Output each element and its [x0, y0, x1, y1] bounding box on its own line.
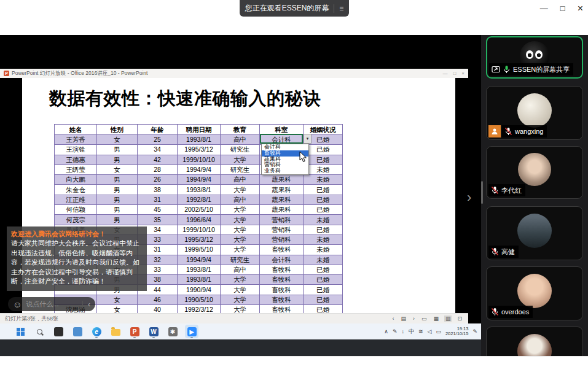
table-cell: 畜牧科	[260, 275, 304, 285]
powerpoint-app[interactable]: P	[128, 325, 141, 338]
table-cell: 向大鹏	[55, 175, 97, 185]
table-cell: 未婚	[304, 215, 343, 225]
host-person-icon	[491, 128, 498, 135]
table-cell: 1990/9/4	[178, 285, 221, 295]
table-cell: 1999/10/10	[178, 225, 221, 234]
participant-name: ESSEN的屏幕共享	[513, 65, 570, 74]
chat-input-bar[interactable]: ☺ 说点什么... ‹	[8, 297, 95, 311]
table-cell: 1994/9/4	[178, 165, 221, 174]
table-cell: 营销科	[260, 234, 304, 244]
table-cell: 畜牧科	[260, 285, 304, 295]
dropdown-arrow-icon: ▼	[306, 137, 310, 141]
table-cell: 王芳香	[55, 135, 97, 145]
table-cell: 高中	[221, 135, 260, 145]
close-button[interactable]: ×	[578, 4, 583, 14]
clock-date: 2021/10/15	[445, 331, 469, 336]
sidebar-scrollbar[interactable]	[481, 181, 483, 204]
table-row: 朱金仓男381993/8/1大学蔬果科已婚	[55, 185, 343, 195]
participants-sidebar: ESSEN的屏幕共享wangxing李代红高健overdoes	[481, 35, 588, 356]
switch-screen-icon[interactable]: ≡	[339, 4, 343, 13]
tray-expand-icon[interactable]: ∧	[384, 328, 388, 335]
watching-banner-text: 您正在观看ESSEN的屏幕	[245, 3, 329, 14]
taskbar-clock[interactable]: 19:13 2021/10/15	[445, 327, 469, 337]
tray-update-icon[interactable]: ↓	[401, 328, 404, 335]
table-row: 向大鹏男261994/9/4高中蔬果科未婚	[55, 175, 343, 185]
name-chip: wangxing	[502, 125, 547, 137]
emoji-icon[interactable]: ☺	[13, 300, 22, 309]
word-app[interactable]: W	[147, 325, 160, 338]
prev-slide-icon: ‹	[391, 316, 395, 322]
slide-counter: 幻灯片第3张，共58张	[5, 315, 58, 323]
tray-ime-icon[interactable]: 中	[409, 328, 414, 336]
ppt-title-bar: P PowerPoint 幻灯片放映 - Office 2016讲座_10 - …	[0, 69, 468, 78]
participant-tile[interactable]: overdoes	[486, 266, 583, 320]
participant-tile[interactable]: ESSEN的屏幕共享	[486, 36, 583, 79]
participant-name: 李代红	[501, 186, 522, 195]
input-divider	[82, 301, 83, 308]
minimize-button[interactable]: —	[540, 4, 548, 12]
excel-active-cell-border	[260, 134, 303, 144]
table-cell: 大学	[221, 215, 260, 225]
table-cell: 未婚	[304, 255, 343, 265]
mic-on-icon	[503, 65, 511, 74]
table-cell: 1999/5/10	[178, 245, 221, 255]
next-page-arrow[interactable]: ›	[467, 190, 471, 206]
tray-network-icon[interactable]: ≋	[418, 328, 423, 335]
table-cell: 大学	[221, 225, 260, 234]
table-row: 江正维男311992/8/1高中蔬果科已婚	[55, 195, 343, 204]
table-cell: 营销科	[260, 225, 304, 234]
table-cell: 蔬果科	[260, 205, 304, 215]
chat-welcome-title: 欢迎进入腾讯会议网络研讨会！	[11, 230, 143, 239]
edge-browser[interactable]: e	[90, 325, 103, 338]
mic-muted-icon	[491, 247, 499, 256]
maximize-button[interactable]: □	[560, 4, 565, 12]
tencent-meeting-app[interactable]: ▶	[185, 325, 198, 338]
table-cell: 1995/3/12	[178, 145, 221, 155]
settings-app[interactable]: ✱	[166, 325, 179, 338]
app-dark-icon	[54, 327, 63, 336]
table-cell: 王绣莹	[55, 165, 97, 174]
tray-pen-icon[interactable]: ✎	[393, 328, 398, 335]
dropdown-button: ▼	[304, 134, 312, 144]
table-cell: 女	[97, 295, 138, 304]
participant-tile[interactable]: wangxing	[486, 86, 583, 140]
file-explorer-icon	[111, 329, 120, 336]
reading-view-icon: ▥	[444, 316, 452, 322]
table-cell: 蔬果科	[260, 185, 304, 195]
app-dark[interactable]	[52, 325, 65, 338]
start-button[interactable]	[14, 325, 27, 338]
stage-bottom-strip	[0, 339, 481, 356]
watching-banner[interactable]: 您正在观看ESSEN的屏幕 ≡	[240, 0, 349, 17]
participant-label: 高健	[488, 246, 519, 258]
notification-pen-icon[interactable]: ✎	[472, 328, 477, 335]
table-cell: 未婚	[304, 175, 343, 185]
table-cell: 45	[138, 205, 178, 215]
shared-screen-stage: P PowerPoint 幻灯片放映 - Office 2016讲座_10 - …	[0, 35, 481, 356]
table-cell: 高中	[221, 175, 260, 185]
table-row: 何茂宗男351996/6/4大学营销科未婚	[55, 215, 343, 225]
tray-volume-icon[interactable]: ◁	[427, 328, 431, 335]
search-icon-icon	[37, 329, 42, 335]
table-header-cell: 婚姻状况	[304, 125, 343, 135]
tray-battery-icon[interactable]: ▭	[436, 328, 441, 335]
table-cell: 大学	[221, 155, 260, 165]
table-cell: 已婚	[304, 285, 343, 295]
table-cell: 已婚	[304, 205, 343, 215]
table-cell: 何茂宗	[55, 215, 97, 225]
table-cell: 男	[97, 215, 138, 225]
widgets-app[interactable]	[71, 325, 84, 338]
windows-taskbar: ePW✱▶∧✎↓中≋◁▭ 19:13 2021/10/15 ✎	[0, 323, 481, 339]
table-cell: 25	[138, 135, 178, 145]
table-cell: 已婚	[304, 265, 343, 274]
participant-tile[interactable]: 李代红	[486, 146, 583, 199]
collapse-chat-icon[interactable]: ‹	[88, 300, 90, 309]
participant-tile[interactable]	[486, 327, 583, 356]
table-cell: 已婚	[304, 145, 343, 155]
table-cell: 已婚	[304, 155, 343, 165]
table-cell: 朱金仓	[55, 185, 97, 195]
chat-input[interactable]: 说点什么...	[26, 300, 58, 309]
file-explorer[interactable]	[109, 325, 122, 338]
table-cell: 已婚	[304, 185, 343, 195]
search-icon[interactable]	[33, 325, 46, 338]
participant-tile[interactable]: 高健	[486, 206, 583, 260]
